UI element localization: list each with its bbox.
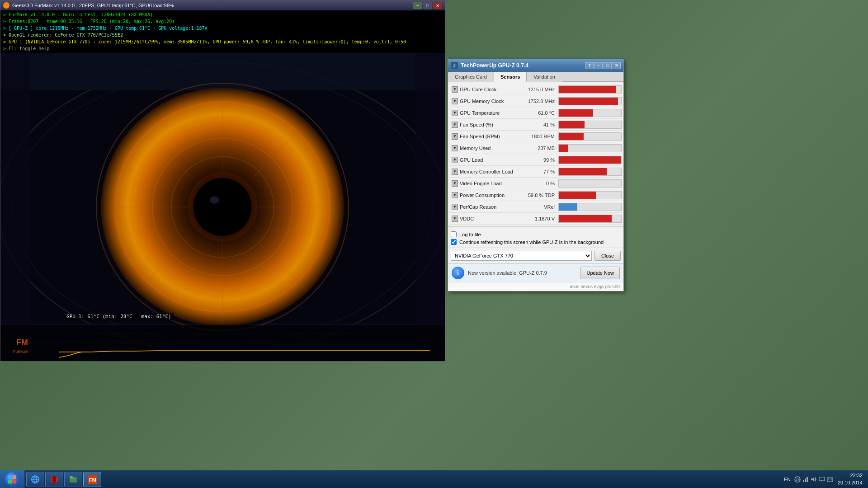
furmark-close-btn[interactable]: ✕ — [433, 2, 442, 9]
sensor-bar — [559, 192, 596, 199]
keyboard-tray-icon[interactable] — [827, 476, 833, 483]
sensor-row: ▼ GPU Load 99 % — [450, 154, 622, 166]
gpuz-icon: Z — [451, 62, 458, 69]
sensor-row: ▼ Fan Speed (%) 41 % — [450, 119, 622, 131]
svg-rect-6 — [415, 53, 445, 361]
sensor-bar — [559, 168, 607, 175]
sensor-dropdown-btn[interactable]: ▼ — [452, 216, 458, 222]
furmark-graph: FM FurMark — [0, 325, 445, 361]
furmark-info-bar: > FurMark v1.14.0.0 - Burn-in test, 1280… — [0, 10, 445, 53]
update-text: New version available: GPU-Z 0.7.9 — [468, 270, 577, 276]
sensor-name: ▼ Memory Used — [450, 145, 524, 151]
furmark-maximize-btn[interactable]: □ — [423, 2, 432, 9]
gpuz-checkboxes: Log to file Continue refreshing this scr… — [448, 226, 623, 248]
svg-marker-53 — [811, 477, 814, 482]
gpuz-window: Z TechPowerUp GPU-Z 0.7.4 ? − □ ✕ Graphi… — [448, 59, 624, 291]
taskbar-furmark-btn[interactable]: FM — [83, 472, 101, 487]
gpuz-help-btn[interactable]: ? — [585, 62, 594, 69]
ie-icon — [31, 475, 40, 484]
svg-rect-34 — [8, 480, 12, 483]
gpuz-maximize-btn[interactable]: □ — [604, 62, 612, 69]
sensor-name: ▼ PerfCap Reason — [450, 204, 524, 210]
sensor-value: 0 % — [524, 181, 558, 186]
furmark-icon — [3, 2, 9, 9]
sensor-dropdown-btn[interactable]: ▼ — [452, 86, 458, 93]
sensor-bar-container — [558, 191, 622, 199]
sensor-dropdown-btn[interactable]: ▼ — [452, 204, 458, 210]
sensor-dropdown-btn[interactable]: ▼ — [452, 122, 458, 128]
furmark-window: Geeks3D FurMark v1.14.0.0 - 20FPS, GPU1 … — [0, 0, 445, 361]
sensor-bar — [559, 145, 568, 152]
taskbar-explorer-btn[interactable] — [64, 472, 82, 487]
taskbar-opera-btn[interactable] — [45, 472, 63, 487]
sensor-dropdown-btn[interactable]: ▼ — [452, 192, 458, 198]
sensor-value: 99 % — [524, 157, 558, 163]
sensor-name: ▼ Power Consumption — [450, 192, 524, 198]
svg-text:FM: FM — [16, 338, 28, 347]
sensor-dropdown-btn[interactable]: ▼ — [452, 145, 458, 151]
furmark-info-line-6: > F1: toggle help — [3, 45, 442, 52]
gpuz-minimize-btn[interactable]: − — [594, 62, 603, 69]
log-to-file-row: Log to file — [451, 230, 621, 238]
network-tray-icon[interactable] — [802, 476, 809, 483]
sensor-value: 59.8 % TDP — [524, 192, 558, 198]
svg-rect-58 — [828, 479, 829, 479]
sensor-name: ▼ GPU Memory Clock — [450, 98, 524, 104]
sensor-dropdown-btn[interactable]: ▼ — [452, 180, 458, 187]
sensor-value: 77 % — [524, 169, 558, 174]
svg-point-42 — [52, 476, 56, 483]
furmark-taskbar-icon: FM — [88, 475, 97, 484]
continue-refreshing-row: Continue refreshing this screen while GP… — [451, 238, 621, 246]
furmark-titlebar: Geeks3D FurMark v1.14.0.0 - 20FPS, GPU1 … — [0, 0, 445, 10]
clock-time: 22:32 — [838, 472, 863, 479]
svg-text:FM: FM — [89, 477, 96, 483]
gpuz-close-button[interactable]: Close — [594, 251, 621, 261]
gpuz-title: TechPowerUp GPU-Z 0.7.4 — [461, 62, 585, 69]
sensor-bar — [559, 98, 618, 105]
antivirus-tray-icon[interactable]: SH — [794, 476, 801, 483]
sensor-row: ▼ Power Consumption 59.8 % TDP — [450, 189, 622, 201]
furmark-info-line-5: > GPU 1 (NVIDIA GeForce GTX 770) - core:… — [3, 38, 442, 45]
svg-rect-45 — [71, 479, 76, 479]
furmark-minimize-btn[interactable]: − — [413, 2, 422, 9]
sensor-bar-container — [558, 109, 622, 117]
tab-sensors[interactable]: Sensors — [494, 72, 527, 82]
svg-rect-5 — [0, 53, 30, 361]
display-tray-icon[interactable] — [819, 476, 825, 483]
svg-rect-52 — [807, 477, 808, 482]
sensor-name: ▼ VDDC — [450, 216, 524, 222]
volume-tray-icon[interactable] — [811, 476, 817, 483]
svg-rect-33 — [13, 475, 16, 479]
tab-graphics-card[interactable]: Graphics Card — [448, 72, 494, 82]
taskbar-ie-btn[interactable] — [26, 472, 44, 487]
furmark-info-line-2: > Frames:8207 - time:00:05:16 - FPS:20 (… — [3, 18, 442, 25]
furmark-window-controls: − □ ✕ — [413, 2, 442, 9]
sensor-bar-container — [558, 215, 622, 223]
continue-refreshing-checkbox[interactable] — [451, 239, 457, 245]
svg-rect-51 — [805, 479, 806, 482]
gpuz-titlebar: Z TechPowerUp GPU-Z 0.7.4 ? − □ ✕ — [448, 59, 623, 72]
gpuz-close-btn[interactable]: ✕ — [613, 62, 621, 69]
tab-validation[interactable]: Validation — [527, 72, 562, 82]
update-now-button[interactable]: Update Now — [580, 267, 620, 279]
start-button[interactable] — [0, 470, 24, 488]
svg-text:SH: SH — [796, 478, 800, 481]
sensor-row: ▼ Fan Speed (RPM) 1800 RPM — [450, 131, 622, 142]
tray-icons: EN SH — [784, 476, 833, 483]
log-to-file-checkbox[interactable] — [451, 231, 457, 237]
language-indicator: EN — [784, 477, 791, 482]
sensor-bar-container — [558, 132, 622, 141]
sensor-dropdown-btn[interactable]: ▼ — [452, 157, 458, 163]
furmark-graph-svg: FM FurMark — [0, 325, 445, 361]
sensor-row: ▼ Video Engine Load 0 % — [450, 178, 622, 189]
sensor-dropdown-btn[interactable]: ▼ — [452, 169, 458, 175]
svg-rect-62 — [830, 479, 830, 480]
sensor-row: ▼ Memory Used 237 MB — [450, 142, 622, 154]
sensor-bar-container — [558, 121, 622, 129]
sensor-dropdown-btn[interactable]: ▼ — [452, 133, 458, 140]
gpu-select-dropdown[interactable]: NVIDIA GeForce GTX 770 — [451, 251, 592, 261]
sensor-dropdown-btn[interactable]: ▼ — [452, 98, 458, 104]
sensor-value: 41 % — [524, 122, 558, 127]
sensor-bar — [559, 121, 585, 128]
sensor-dropdown-btn[interactable]: ▼ — [452, 110, 458, 116]
